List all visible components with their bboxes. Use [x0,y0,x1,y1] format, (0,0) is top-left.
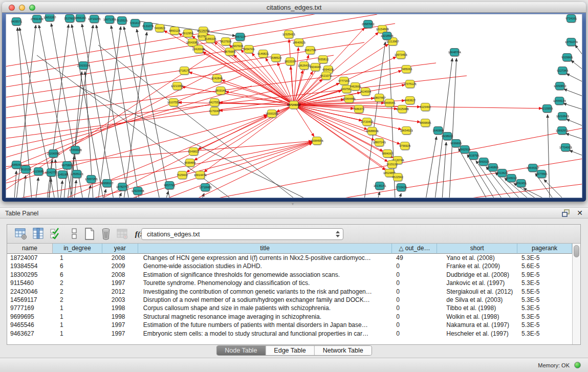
column-header-year[interactable]: year [102,244,138,254]
graph-node-label: 9146821 [257,52,268,55]
table-row[interactable]: 1456911722003Disruption of a novel membe… [7,296,572,304]
table-cell: 1998 [102,304,138,312]
table-row[interactable]: 1830029562008Estimation of significance … [7,271,572,279]
table-cell: Genome-wide association studies in ADHD. [138,262,393,270]
float-panel-icon[interactable] [562,209,571,217]
tab-node-table[interactable]: Node Table [216,346,266,355]
table-cell: 1997 [102,321,138,329]
column-header-title[interactable]: title [138,244,393,254]
graph-node-label: 9115460 [420,105,430,108]
graph-node-label: 8131074 [142,25,153,28]
table-cell: 22420046 [7,288,53,296]
graph-node-label: 12444134 [553,99,565,102]
graph-node-label: 1615132 [386,163,397,166]
table-mode-icon[interactable] [14,228,27,240]
scrollbar-thumb[interactable] [574,245,579,257]
graph-node-label: 16914479 [194,173,206,177]
graph-node-label: 16543382 [186,41,199,44]
graph-node-label: 10807467 [373,96,385,99]
table-cell: Jankovic et al. (1997) [437,279,517,287]
graph-node-label: 9046866 [487,166,498,169]
tab-network-table[interactable]: Network Table [315,346,372,355]
table-row[interactable]: 969969511998Structural magnetic resonanc… [7,313,572,321]
graph-node-label: 20206556 [47,152,59,155]
graph-node-label: 8215953 [541,107,552,110]
table-cell: Estimation of significance thresholds fo… [138,271,393,279]
graph-node-label: 7955812 [317,58,328,61]
graph-node-label: 17375125 [404,82,416,85]
table-cell: 5.3E-5 [517,330,572,338]
graph-node-label: 3913134 [20,168,31,171]
table-cell: 9115460 [7,279,53,287]
network-view-window: citations_edges.txt 74638228860128891295… [2,2,586,202]
graph-node-label: 8912954 [182,32,193,35]
new-table-icon[interactable] [83,228,96,240]
table-selector-dropdown[interactable]: citations_edges.txt [141,228,343,240]
graph-node-label: 9699695 [450,142,461,145]
table-cell: Embryonic stem cells: a model to study s… [138,330,393,338]
table-cell: 5.3E-5 [517,313,572,321]
graph-node-label: 26587682 [362,23,374,26]
graph-node-label: 1527602 [64,17,75,20]
graph-node-label: 7291417 [129,21,140,25]
table-cell: 19384554 [7,262,53,270]
graph-node-label: 9777169 [338,79,349,82]
table-cell: 5.3E-5 [517,254,572,262]
graph-node-label: 7462666 [350,85,360,88]
table-cell: Corpus callosum shape and size in male p… [138,304,393,312]
column-header-out_de[interactable]: △ out_de… [392,244,437,254]
row-height-icon[interactable] [68,228,80,240]
column-header-name[interactable]: name [7,244,53,254]
graph-node-label: 1145190 [57,173,68,176]
graph-node-label: 15751074 [565,40,577,43]
table-row[interactable]: 911546021997Tourette syndrome. Phenomeno… [7,279,572,287]
table-cell: 2008 [102,271,138,279]
table-cell: 5.3E-5 [517,296,572,304]
graph-node-label: 2967608 [232,45,243,48]
delete-column-icon[interactable] [99,228,112,240]
graph-node-label: 2803144 [215,89,226,92]
network-canvas[interactable]: 7463822886012889129541822605898275058186… [6,14,582,198]
graph-node-label: 10719155 [88,17,100,20]
network-canvas-svg[interactable]: 7463822886012889129541822605898275058186… [6,14,582,198]
table-header-row: namein_degreeyeartitle△ out_de…shortpage… [7,244,572,254]
graph-node-label: 16154808 [376,28,388,31]
graph-node-label: 9827508 [220,40,231,43]
table-cell: 18724007 [7,254,53,262]
graph-node-label: 9884067 [382,152,393,155]
table-cell: Tibbo et al. (1998) [437,304,517,312]
table-row[interactable]: 977716911998Corpus callosum shape and si… [7,304,572,312]
graph-node-label: 9699489 [184,161,195,164]
table-cell: Structural magnetic resonance image aver… [138,313,393,321]
network-window-titlebar[interactable]: citations_edges.txt [2,2,586,13]
panel-divider-grip[interactable]: ▾ [288,203,297,206]
table-vertical-scrollbar[interactable] [572,244,580,344]
graph-node-label: 8427552 [209,101,220,104]
memory-status-label: Memory: OK [538,362,570,368]
select-columns-icon[interactable] [49,228,62,240]
graph-node-label: 12325413 [282,33,295,36]
graph-node-label: 18640923 [293,41,305,44]
column-header-pagerank[interactable]: pagerank [517,244,572,254]
graph-node-label: 18724007 [287,103,301,106]
table-row[interactable]: 2242004622012Investigating the contribut… [7,288,572,296]
graph-node-label: 7463822 [154,27,165,30]
graph-node-label: 9245012 [506,177,516,180]
close-panel-icon[interactable]: ✕ [577,209,583,217]
tab-edge-table[interactable]: Edge Table [266,346,314,355]
table-cell: 2008 [102,254,138,262]
column-header-in_degree[interactable]: in_degree [53,244,102,254]
graph-node-label: 15720407 [361,120,373,123]
memory-ok-indicator[interactable] [574,362,581,368]
table-row[interactable]: 1872400712008Changes of HCN gene express… [7,254,572,262]
graph-node-label: 22420046 [192,48,205,51]
show-columns-icon[interactable] [32,228,45,240]
table-row[interactable]: 946554611997Estimation of the future num… [7,321,572,329]
graph-node-label: 1733426 [396,186,406,189]
graph-node-label: 17957255 [85,178,97,181]
graph-node-label: 10688609 [366,129,378,133]
graph-node-label: 14136141 [374,184,386,187]
column-header-short[interactable]: short [437,244,517,254]
table-row[interactable]: 1938455462009Genome-wide association stu… [7,262,572,270]
table-row[interactable]: 946362711997Embryonic stem cells: a mode… [7,330,572,338]
